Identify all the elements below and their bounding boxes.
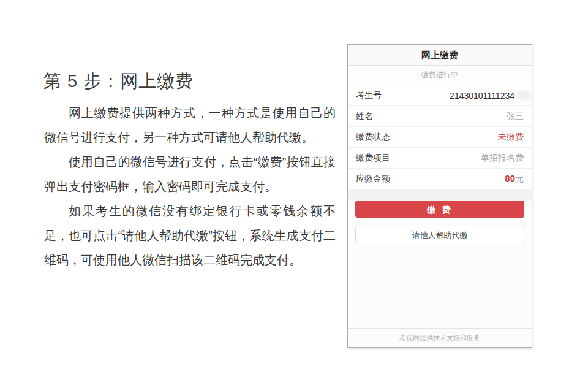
- field-row-amount-due: 应缴金额 80元: [348, 169, 532, 189]
- field-value: 单招报名费: [481, 153, 524, 164]
- field-label: 考生号: [356, 90, 382, 101]
- field-row-examinee-number: 考生号 21430101111234: [348, 85, 532, 106]
- paragraph-proxy-payment: 如果考生的微信没有绑定银行卡或零钱余额不足，也可点击“请他人帮助代缴”按钮，系统…: [44, 199, 336, 272]
- amount-number: 80: [505, 173, 515, 183]
- field-value-unpaid: 未缴费: [498, 132, 524, 143]
- panel-header-title: 网上缴费: [348, 45, 532, 66]
- field-label: 缴费状态: [356, 132, 390, 143]
- payment-panel: 网上缴费 缴费进行中 考生号 21430101111234 姓名 张三 缴费状态…: [347, 44, 532, 348]
- page-title: 第 5 步：网上缴费: [43, 69, 337, 94]
- field-label: 姓名: [356, 111, 373, 122]
- pay-button[interactable]: 缴 费: [355, 201, 524, 218]
- redaction-smudge: [517, 91, 530, 100]
- article-body: 网上缴费提供两种方式，一种方式是使用自己的微信号进行支付，另一种方式可请他人帮助…: [44, 101, 336, 272]
- field-value-amount: 80元: [505, 173, 524, 185]
- field-label: 应缴金额: [356, 174, 390, 185]
- field-row-payment-item: 缴费项目 单招报名费: [348, 148, 532, 169]
- proxy-pay-button[interactable]: 请他人帮助代缴: [355, 226, 524, 243]
- paragraph-self-payment: 使用自己的微信号进行支付，点击“缴费”按钮直接弹出支付密码框，输入密码即可完成支…: [44, 150, 336, 199]
- field-row-name: 姓名 张三: [348, 106, 532, 127]
- section-divider-strip: [348, 189, 532, 201]
- amount-unit: 元: [515, 174, 524, 183]
- instruction-page: 第 5 步：网上缴费 网上缴费提供两种方式，一种方式是使用自己的微信号进行支付，…: [0, 0, 588, 371]
- field-row-payment-status: 缴费状态 未缴费: [348, 127, 532, 148]
- field-value: 21430101111234: [450, 91, 514, 101]
- tech-support-footer: 考优网提供技术支持和服务: [348, 328, 532, 347]
- payment-info-list: 考生号 21430101111234 姓名 张三 缴费状态 未缴费 缴费项目 单…: [348, 85, 532, 189]
- paragraph-payment-methods: 网上缴费提供两种方式，一种方式是使用自己的微信号进行支付，另一种方式可请他人帮助…: [44, 101, 336, 150]
- field-label: 缴费项目: [356, 153, 390, 164]
- payment-status-bar: 缴费进行中: [348, 66, 532, 85]
- field-value: 张三: [507, 111, 524, 122]
